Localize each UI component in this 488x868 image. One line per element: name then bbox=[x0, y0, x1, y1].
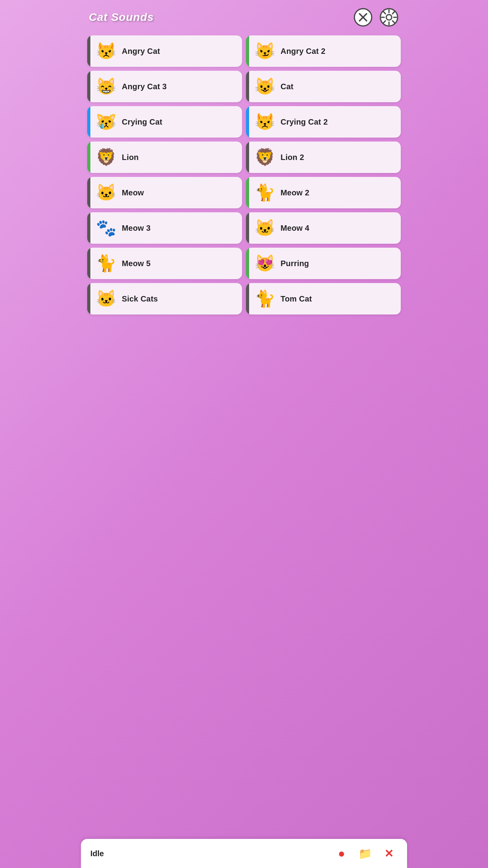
meow-3-label: Meow 3 bbox=[122, 224, 150, 233]
sound-card-lion-2[interactable]: 🦁Lion 2 bbox=[246, 142, 401, 173]
sound-card-crying-cat[interactable]: 😿Crying Cat bbox=[87, 106, 242, 138]
lion-icon: 🦁 bbox=[96, 149, 116, 166]
folder-button[interactable]: 📁 bbox=[356, 844, 374, 862]
sound-card-meow-4[interactable]: 🐱Meow 4 bbox=[246, 212, 401, 244]
sound-card-meow-5[interactable]: 🐈Meow 5 bbox=[87, 248, 242, 279]
meow-2-label: Meow 2 bbox=[281, 188, 309, 197]
sound-card-purring[interactable]: 😻Purring bbox=[246, 248, 401, 279]
sound-card-meow-2[interactable]: 🐈Meow 2 bbox=[246, 177, 401, 208]
meow-2-icon: 🐈 bbox=[255, 184, 275, 201]
sound-card-angry-cat[interactable]: 😾Angry Cat bbox=[87, 35, 242, 67]
angry-cat-icon: 😾 bbox=[96, 43, 116, 59]
meow-label: Meow bbox=[122, 188, 144, 197]
app-title: Cat Sounds bbox=[89, 11, 154, 24]
meow-5-label: Meow 5 bbox=[122, 259, 150, 268]
sick-cats-label: Sick Cats bbox=[122, 294, 158, 303]
purring-label: Purring bbox=[281, 259, 309, 268]
bottom-close-button[interactable]: ✕ bbox=[380, 844, 398, 862]
sound-card-angry-cat-2[interactable]: 😼Angry Cat 2 bbox=[246, 35, 401, 67]
sound-card-angry-cat-3[interactable]: 😸Angry Cat 3 bbox=[87, 71, 242, 102]
sound-card-tom-cat[interactable]: 🐈Tom Cat bbox=[246, 283, 401, 314]
angry-cat-2-icon: 😼 bbox=[255, 43, 275, 59]
sounds-grid: 😾Angry Cat😼Angry Cat 2😸Angry Cat 3😺Cat😿C… bbox=[81, 31, 407, 318]
bottom-bar: Idle ● 📁 ✕ bbox=[81, 839, 407, 868]
crying-cat-icon: 😿 bbox=[96, 114, 116, 130]
lion-2-icon: 🦁 bbox=[255, 149, 275, 166]
crying-cat-label: Crying Cat bbox=[122, 118, 162, 127]
tom-cat-label: Tom Cat bbox=[281, 294, 312, 303]
tom-cat-icon: 🐈 bbox=[255, 291, 275, 307]
meow-5-icon: 🐈 bbox=[96, 255, 116, 272]
sound-card-cat[interactable]: 😺Cat bbox=[246, 71, 401, 102]
header: Cat Sounds bbox=[81, 0, 407, 31]
meow-3-icon: 🐾 bbox=[96, 220, 116, 236]
close-button[interactable] bbox=[353, 7, 373, 28]
lion-label: Lion bbox=[122, 153, 139, 162]
meow-4-icon: 🐱 bbox=[255, 220, 275, 236]
app-container: Cat Sounds bbox=[81, 0, 407, 868]
sound-card-meow[interactable]: 🐱Meow bbox=[87, 177, 242, 208]
status-text: Idle bbox=[90, 849, 104, 858]
sound-card-sick-cats[interactable]: 🐱Sick Cats bbox=[87, 283, 242, 314]
lion-2-label: Lion 2 bbox=[281, 153, 304, 162]
sick-cats-icon: 🐱 bbox=[96, 291, 116, 307]
crying-cat-2-icon: 😾 bbox=[255, 114, 275, 130]
settings-button[interactable] bbox=[379, 7, 399, 28]
meow-4-label: Meow 4 bbox=[281, 224, 309, 233]
angry-cat-3-label: Angry Cat 3 bbox=[122, 82, 167, 91]
crying-cat-2-label: Crying Cat 2 bbox=[281, 118, 328, 127]
cat-label: Cat bbox=[281, 82, 294, 91]
meow-icon: 🐱 bbox=[96, 184, 116, 201]
sound-card-lion[interactable]: 🦁Lion bbox=[87, 142, 242, 173]
cat-icon: 😺 bbox=[255, 78, 275, 95]
record-button[interactable]: ● bbox=[332, 844, 350, 862]
angry-cat-2-label: Angry Cat 2 bbox=[281, 47, 325, 56]
bottom-controls: ● 📁 ✕ bbox=[332, 844, 398, 862]
header-icons bbox=[353, 7, 399, 28]
purring-icon: 😻 bbox=[255, 255, 275, 272]
sound-card-crying-cat-2[interactable]: 😾Crying Cat 2 bbox=[246, 106, 401, 138]
angry-cat-label: Angry Cat bbox=[122, 47, 160, 56]
sound-card-meow-3[interactable]: 🐾Meow 3 bbox=[87, 212, 242, 244]
angry-cat-3-icon: 😸 bbox=[96, 78, 116, 95]
